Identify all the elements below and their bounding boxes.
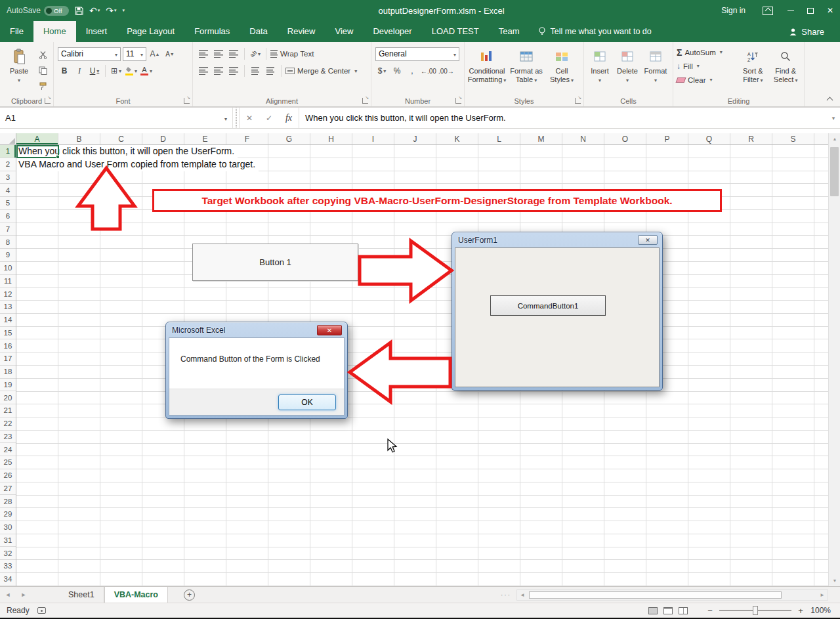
horizontal-scrollbar-thumb[interactable]: [529, 591, 782, 599]
close-button[interactable]: ✕: [820, 0, 840, 21]
conditional-formatting-button[interactable]: Conditional Formatting: [467, 45, 507, 95]
row-header-4[interactable]: 4: [0, 184, 16, 197]
page-break-preview-button[interactable]: [679, 607, 688, 614]
row-header-5[interactable]: 5: [0, 197, 16, 210]
row-header-25[interactable]: 25: [0, 456, 16, 469]
fill-color-button[interactable]: [125, 64, 138, 77]
increase-indent-button[interactable]: [264, 64, 277, 77]
row-header-28[interactable]: 28: [0, 495, 16, 508]
zoom-slider[interactable]: [719, 610, 791, 611]
borders-button[interactable]: ⊞: [110, 64, 123, 77]
clear-button[interactable]: Clear: [675, 73, 737, 87]
row-header-11[interactable]: 11: [0, 275, 16, 288]
redo-button[interactable]: ↷▾: [106, 5, 116, 16]
align-left-button[interactable]: [197, 64, 210, 77]
bold-button[interactable]: B: [58, 64, 71, 77]
collapse-ribbon-button[interactable]: [827, 96, 833, 102]
column-header-I[interactable]: I: [352, 133, 394, 144]
merge-center-button[interactable]: Merge & Center: [285, 64, 357, 77]
top-align-button[interactable]: [197, 47, 210, 60]
percent-style-button[interactable]: %: [390, 64, 404, 77]
worksheet-button-1[interactable]: Button 1: [192, 244, 358, 281]
wrap-text-button[interactable]: Wrap Text: [270, 47, 314, 60]
accounting-format-button[interactable]: $: [375, 64, 388, 77]
ribbon-tab-insert[interactable]: Insert: [76, 21, 117, 42]
row-header-8[interactable]: 8: [0, 236, 16, 249]
command-button-1[interactable]: CommandButton1: [490, 295, 606, 316]
column-header-M[interactable]: M: [520, 133, 562, 144]
row-header-31[interactable]: 31: [0, 534, 16, 547]
cancel-entry-button[interactable]: ✕: [240, 108, 259, 128]
row-header-19[interactable]: 19: [0, 379, 16, 392]
column-header-L[interactable]: L: [478, 133, 520, 144]
row-header-14[interactable]: 14: [0, 314, 16, 327]
horizontal-scrollbar[interactable]: ◄ ►: [516, 589, 828, 601]
scroll-up-icon[interactable]: ▲: [829, 133, 840, 144]
ribbon-tab-data[interactable]: Data: [240, 21, 277, 42]
sheet-tab-sheet1[interactable]: Sheet1: [59, 587, 104, 603]
zoom-in-button[interactable]: +: [795, 606, 806, 616]
new-sheet-button[interactable]: +: [184, 589, 195, 601]
align-right-button[interactable]: [227, 64, 240, 77]
row-header-21[interactable]: 21: [0, 404, 16, 417]
increase-decimal-button[interactable]: ←.00: [421, 64, 436, 77]
ribbon-tab-developer[interactable]: Developer: [363, 21, 421, 42]
row-header-27[interactable]: 27: [0, 482, 16, 496]
delete-cells-button[interactable]: Delete: [614, 45, 641, 95]
column-header-E[interactable]: E: [184, 133, 226, 144]
save-button[interactable]: [75, 7, 83, 15]
enter-entry-button[interactable]: ✓: [259, 108, 279, 128]
zoom-out-button[interactable]: −: [705, 606, 715, 616]
select-all-corner[interactable]: [0, 133, 16, 145]
vertical-scrollbar-thumb[interactable]: [830, 147, 839, 196]
ribbon-tab-page-layout[interactable]: Page Layout: [117, 21, 184, 42]
column-header-C[interactable]: C: [100, 133, 142, 144]
autosave-toggle[interactable]: AutoSave Off: [7, 6, 69, 16]
userform-close-button[interactable]: ✕: [638, 235, 658, 245]
undo-button[interactable]: ↶▾: [89, 5, 100, 16]
zoom-slider-thumb[interactable]: [753, 606, 758, 615]
ribbon-tab-view[interactable]: View: [325, 21, 363, 42]
tab-scroll-splitter[interactable]: ···: [501, 591, 516, 599]
column-header-B[interactable]: B: [58, 133, 100, 144]
column-header-K[interactable]: K: [436, 133, 478, 144]
row-header-23[interactable]: 23: [0, 431, 16, 444]
ribbon-tab-file[interactable]: File: [0, 21, 33, 42]
ribbon-tab-formulas[interactable]: Formulas: [184, 21, 240, 42]
number-dialog-launcher[interactable]: [455, 98, 461, 104]
find-select-button[interactable]: Find & Select: [769, 45, 802, 95]
row-header-17[interactable]: 17: [0, 352, 16, 366]
scroll-down-icon[interactable]: ▼: [829, 575, 840, 586]
page-layout-view-button[interactable]: [663, 607, 673, 614]
row-header-15[interactable]: 15: [0, 327, 16, 340]
ribbon-tab-team[interactable]: Team: [489, 21, 530, 42]
column-header-S[interactable]: S: [772, 133, 814, 144]
row-header-18[interactable]: 18: [0, 366, 16, 379]
column-header-Q[interactable]: Q: [688, 133, 730, 144]
row-header-7[interactable]: 7: [0, 223, 16, 236]
row-header-9[interactable]: 9: [0, 249, 16, 262]
row-header-6[interactable]: 6: [0, 210, 16, 223]
column-header-P[interactable]: P: [646, 133, 688, 144]
share-button[interactable]: Share: [782, 21, 831, 42]
number-format-combo[interactable]: General: [375, 47, 459, 61]
row-header-20[interactable]: 20: [0, 391, 16, 404]
format-as-table-button[interactable]: Format as Table: [507, 45, 545, 95]
row-header-22[interactable]: 22: [0, 417, 16, 431]
msgbox-close-button[interactable]: ✕: [317, 325, 342, 335]
column-header-A[interactable]: A: [16, 133, 58, 144]
sheet-nav-right-button[interactable]: ►: [16, 587, 32, 603]
formula-bar-handle[interactable]: [233, 108, 240, 128]
maximize-button[interactable]: [801, 0, 820, 21]
format-painter-button[interactable]: [36, 79, 49, 93]
row-header-26[interactable]: 26: [0, 469, 16, 482]
row-header-33[interactable]: 33: [0, 560, 16, 573]
alignment-dialog-launcher[interactable]: [362, 98, 368, 104]
row-header-10[interactable]: 10: [0, 262, 16, 275]
horizontal-scrollbar-track[interactable]: [528, 590, 817, 600]
column-header-O[interactable]: O: [604, 133, 646, 144]
fill-button[interactable]: ↓Fill: [675, 59, 737, 73]
row-header-1[interactable]: 1: [0, 145, 16, 158]
cut-button[interactable]: [36, 48, 49, 61]
copy-button[interactable]: [36, 64, 49, 77]
